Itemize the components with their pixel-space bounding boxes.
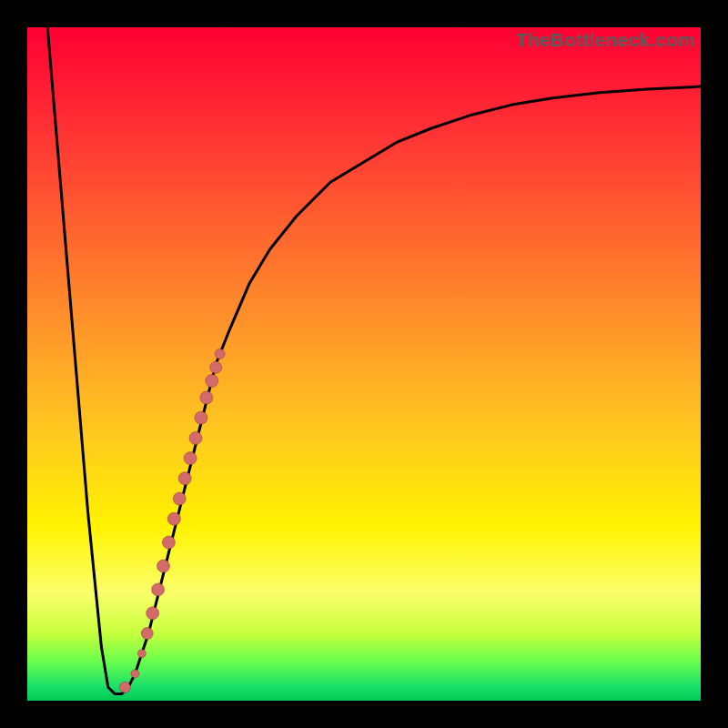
v-curve-path: [47, 27, 701, 694]
chart-frame: TheBottleneck.com: [0, 0, 728, 728]
dot: [206, 375, 218, 388]
dot: [131, 670, 139, 678]
dot: [141, 628, 153, 640]
plot-area: TheBottleneck.com: [27, 27, 701, 701]
dot: [195, 411, 207, 424]
dot: [215, 349, 225, 359]
dot: [157, 560, 169, 572]
dot: [210, 361, 222, 373]
highlighted-dots: [119, 349, 225, 693]
dot: [119, 682, 130, 693]
dot: [137, 650, 146, 658]
chart-svg: [27, 27, 701, 701]
dot: [173, 492, 186, 505]
dot: [162, 536, 175, 549]
dot: [152, 583, 165, 596]
dot: [189, 431, 202, 444]
dot: [184, 452, 197, 465]
dot: [167, 512, 180, 525]
dot: [178, 472, 191, 485]
dot: [147, 607, 159, 620]
dot: [200, 391, 213, 404]
